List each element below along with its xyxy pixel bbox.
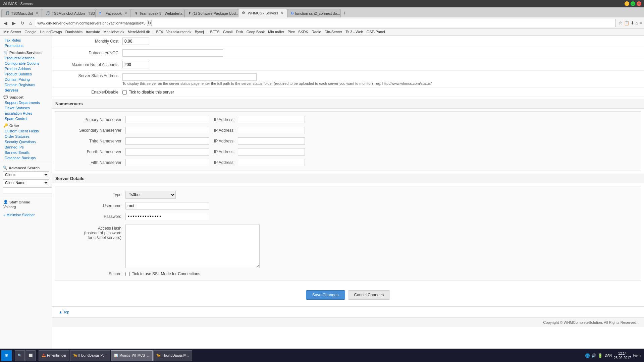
tab-whmcs[interactable]: ⚙ WHMCS - Servers ✕: [238, 9, 287, 17]
taskbar-item-hounddawgs1[interactable]: 🦮 [HoundDawgs]Po...: [70, 350, 110, 351]
taskbar-search-button[interactable]: 🔍: [15, 350, 25, 351]
tab-close-ts3musicbot[interactable]: ✕: [36, 11, 38, 15]
sidebar-item-customclientfields[interactable]: Custom Client Fields: [0, 128, 52, 134]
tab-teamspeak[interactable]: 🎙 Teamspeak 3 - Webinterfa... ✕: [131, 9, 184, 17]
server-status-input[interactable]: [122, 73, 257, 81]
bookmark-min-server[interactable]: Min Server: [2, 29, 22, 34]
sidebar-item-orderstatuses[interactable]: Order Statuses: [0, 134, 52, 139]
start-button[interactable]: ⊞: [1, 350, 12, 351]
bookmark-coopbank[interactable]: Coop Bank: [245, 29, 266, 34]
reload-icon[interactable]: ↻: [147, 20, 152, 26]
close-button[interactable]: ✕: [637, 1, 641, 6]
sidebar-item-domainpricing[interactable]: Domain Pricing: [0, 77, 52, 82]
tab-function[interactable]: G function ssh2_connect do... ✕: [287, 9, 341, 17]
advanced-search-field-select[interactable]: Client Name: [3, 179, 49, 186]
secure-checkbox[interactable]: [125, 272, 130, 276]
type-select[interactable]: Ts3bot cPanel Plesk DirectAdmin: [125, 191, 176, 199]
max-accounts-input[interactable]: [122, 61, 149, 68]
bookmark-gmail[interactable]: Gmail: [222, 29, 234, 34]
sidebar-item-supportdepts[interactable]: Support Departments: [0, 100, 52, 105]
tab-ts3addon[interactable]: 🎵 TS3Musicbot Addon - TS3Mus... ✕: [42, 9, 96, 17]
refresh-button[interactable]: ↻: [19, 20, 26, 26]
minimise-sidebar-link[interactable]: « Minimise Sidebar: [0, 211, 52, 219]
back-button[interactable]: ◀: [2, 20, 9, 26]
top-link[interactable]: ▲ Top: [55, 309, 72, 315]
bookmark-valutakurser[interactable]: Valutakurser.dk: [165, 29, 193, 34]
advanced-search-input[interactable]: [3, 187, 52, 193]
advanced-search-type-select[interactable]: Clients: [3, 171, 49, 178]
new-tab-button[interactable]: +: [341, 9, 348, 17]
bookmark-hounddawgs[interactable]: HoundDawgs: [39, 29, 63, 34]
bookmark-ts3web[interactable]: Ts 3 - Web: [344, 29, 364, 34]
sidebar-item-ticketstatuses[interactable]: Ticket Statuses: [0, 105, 52, 111]
bookmark-disk[interactable]: Disk: [234, 29, 244, 34]
bookmark-mobilebat[interactable]: Mobilebat.dk: [102, 29, 125, 34]
bookmark-dinserver[interactable]: Din-Server: [323, 29, 344, 34]
form-row-datacenter: Datacenter/NOC: [52, 47, 644, 59]
tab-ts3musicbot[interactable]: 🎵 TS3MusicBot ✕: [1, 9, 42, 17]
restore-button[interactable]: □: [631, 1, 635, 6]
sidebar-item-productaddons[interactable]: Product Addons: [0, 66, 52, 71]
tab-software[interactable]: ⬆ (1) Software Package Upd... ✕: [184, 9, 238, 17]
bookmark-translate[interactable]: translate: [85, 29, 101, 34]
enable-disable-checkbox[interactable]: [122, 90, 127, 95]
ns-fourth-ip-input[interactable]: [238, 148, 305, 156]
tab-close-facebook[interactable]: ✕: [124, 11, 127, 15]
taskbar-item-hounddawgs2[interactable]: 🦮 [HoundDawgs]M...: [153, 350, 192, 351]
sidebar-item-productsservices[interactable]: Products/Services: [0, 55, 52, 61]
home-nav-icon[interactable]: ⌂: [636, 20, 638, 25]
sidebar-item-databasebackups[interactable]: Database Backups: [0, 155, 52, 161]
bookmark-bfts[interactable]: BFTS: [209, 29, 221, 34]
ns-fifth-ip-input[interactable]: [238, 159, 305, 166]
taskbar-item-filhentninger[interactable]: 📥 Filhentninger: [39, 350, 69, 351]
taskbar-item-monitis[interactable]: 📊 Monitis_WHMCS_...: [111, 350, 153, 351]
tab-close-whmcs[interactable]: ✕: [281, 11, 283, 15]
ns-third-input[interactable]: [125, 137, 209, 145]
sidebar-item-taxrules[interactable]: Tax Rules: [0, 38, 52, 43]
sidebar-item-promotions[interactable]: Promotions: [0, 43, 52, 48]
sidebar-item-securityquestions[interactable]: Security Questions: [0, 139, 52, 144]
ns-fifth-input[interactable]: [125, 159, 209, 166]
bookmark-bf4[interactable]: BF4: [155, 29, 164, 34]
bookmark-byvej[interactable]: Byvej: [194, 29, 205, 34]
bookmark-meremobil[interactable]: MereMobil.dk: [126, 29, 151, 34]
username-input[interactable]: [125, 202, 209, 209]
settings-icon[interactable]: ≡: [639, 20, 642, 25]
sidebar-item-bannedemails[interactable]: Banned Emails: [0, 150, 52, 155]
monthly-cost-input[interactable]: [122, 38, 149, 45]
ns-fourth-input[interactable]: [125, 148, 209, 156]
download-icon[interactable]: ⬇: [631, 20, 634, 25]
sidebar-item-productbundles[interactable]: Product Bundles: [0, 71, 52, 77]
bookmark-icon[interactable]: 📋: [624, 20, 629, 25]
sidebar-item-servers[interactable]: Servers: [0, 87, 52, 93]
bookmark-minmaler[interactable]: Min måler: [267, 29, 285, 34]
minimize-button[interactable]: ─: [625, 1, 629, 6]
bookmark-gsppanel[interactable]: GSP-Panel: [365, 29, 386, 34]
sidebar-item-bannedips[interactable]: Banned IPs: [0, 144, 52, 150]
bookmark-radio[interactable]: Radio: [310, 29, 323, 34]
ns-third-ip-input[interactable]: [238, 137, 305, 145]
sidebar-item-spamcontrol[interactable]: Spam Control: [0, 116, 52, 121]
sidebar-item-escalationrules[interactable]: Escalation Rules: [0, 111, 52, 116]
ns-primary-input[interactable]: [125, 116, 209, 123]
bookmark-skdk[interactable]: SKDK: [297, 29, 310, 34]
taskbar-taskview-button[interactable]: ⬜: [25, 350, 36, 351]
ns-secondary-input[interactable]: [125, 127, 209, 134]
sidebar-item-domainregistrars[interactable]: Domain Registrars: [0, 82, 52, 87]
ns-secondary-ip-input[interactable]: [238, 127, 305, 134]
forward-button[interactable]: ▶: [10, 20, 17, 26]
sidebar-item-configurableoptions[interactable]: Configurable Options: [0, 61, 52, 66]
access-hash-textarea[interactable]: [125, 225, 260, 268]
bookmark-google[interactable]: Google: [23, 29, 38, 34]
ns-primary-ip-input[interactable]: [238, 116, 305, 123]
save-changes-button[interactable]: Save Changes: [306, 290, 345, 300]
tab-facebook[interactable]: f Facebook ✕: [96, 9, 130, 17]
bookmark-danishbits[interactable]: Danishbits: [64, 29, 84, 34]
cancel-changes-button[interactable]: Cancel Changes: [348, 290, 390, 300]
bookmark-plex[interactable]: Plex: [286, 29, 296, 34]
password-input[interactable]: [125, 213, 209, 220]
datacenter-input[interactable]: [122, 49, 223, 57]
home-button[interactable]: ⌂: [28, 20, 34, 26]
star-icon[interactable]: ☆: [619, 20, 623, 25]
address-bar[interactable]: www.din-server.dk/admin/configservers.ph…: [35, 19, 615, 27]
